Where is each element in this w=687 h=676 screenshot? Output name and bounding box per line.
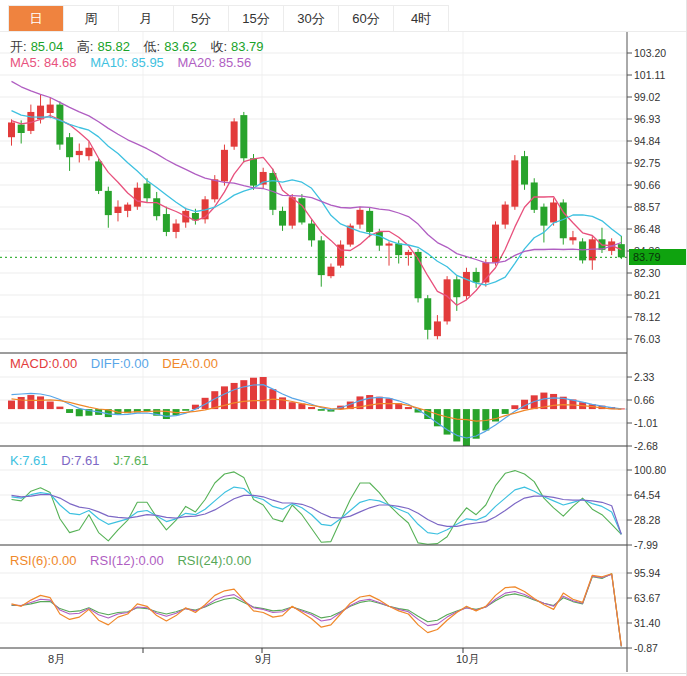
ytick-label: 78.12 bbox=[634, 311, 660, 323]
close-label: 收: bbox=[210, 39, 227, 54]
macd-header: MACD:0.00 DIFF:0.00 DEA:0.00 bbox=[10, 356, 228, 371]
x-axis-label-sep: 9月 bbox=[255, 652, 272, 667]
ytick-label: 80.21 bbox=[634, 289, 660, 301]
low-value: 83.62 bbox=[164, 39, 197, 54]
macd-value: MACD:0.00 bbox=[10, 356, 77, 371]
ytick-label: 94.84 bbox=[634, 135, 660, 147]
tab-week[interactable]: 周 bbox=[64, 6, 119, 31]
ytick-label: -1.01 bbox=[634, 417, 658, 429]
ytick-label: 28.28 bbox=[634, 514, 660, 526]
low-label: 低: bbox=[144, 39, 161, 54]
j-value: J:7.61 bbox=[113, 453, 148, 468]
ytick-label: 76.03 bbox=[634, 333, 660, 345]
ytick-label: 92.75 bbox=[634, 157, 660, 169]
rsi6-value: RSI(6):0.00 bbox=[10, 553, 76, 568]
ytick-label: -2.68 bbox=[634, 440, 658, 452]
x-axis-label-oct: 10月 bbox=[456, 652, 479, 667]
high-value: 85.82 bbox=[97, 39, 130, 54]
ytick-label: 63.67 bbox=[634, 592, 660, 604]
close-value: 83.79 bbox=[231, 39, 264, 54]
high-label: 高: bbox=[77, 39, 94, 54]
ma20-value: MA20: 85.56 bbox=[177, 55, 251, 70]
tab-month[interactable]: 月 bbox=[119, 6, 174, 31]
ytick-label: 82.30 bbox=[634, 267, 660, 279]
ytick-label: 0.66 bbox=[634, 394, 654, 406]
ytick-label: 2.33 bbox=[634, 371, 654, 383]
chart-app: 日 周 月 5分 15分 30分 60分 4时 开:85.04 高:85.82 … bbox=[0, 0, 687, 676]
ytick-label: 101.11 bbox=[634, 69, 665, 81]
ytick-label: 64.54 bbox=[634, 489, 660, 501]
d-value: D:7.61 bbox=[61, 453, 99, 468]
ohlc-header: 开:85.04 高:85.82 低:83.62 收:83.79 bbox=[10, 38, 268, 56]
ytick-label: 86.48 bbox=[634, 223, 660, 235]
x-axis-label-aug: 8月 bbox=[48, 652, 65, 667]
diff-value: DIFF:0.00 bbox=[91, 356, 149, 371]
tab-60min[interactable]: 60分 bbox=[339, 6, 394, 31]
ytick-label: 90.66 bbox=[634, 179, 660, 191]
tab-5min[interactable]: 5分 bbox=[174, 6, 229, 31]
ma-header: MA5: 84.68 MA10: 85.95 MA20: 85.56 bbox=[10, 55, 261, 70]
dea-value: DEA:0.00 bbox=[162, 356, 218, 371]
tab-4hour[interactable]: 4时 bbox=[394, 6, 449, 31]
k-value: K:7.61 bbox=[10, 453, 48, 468]
ma10-value: MA10: 85.95 bbox=[90, 55, 164, 70]
chart-canvas[interactable] bbox=[0, 0, 687, 676]
ytick-label: -0.87 bbox=[634, 642, 658, 654]
tab-30min[interactable]: 30分 bbox=[284, 6, 339, 31]
rsi12-value: RSI(12):0.00 bbox=[90, 553, 164, 568]
last-price-badge: 83.79 bbox=[629, 249, 687, 265]
tab-15min[interactable]: 15分 bbox=[229, 6, 284, 31]
open-label: 开: bbox=[10, 39, 27, 54]
ma5-value: MA5: 84.68 bbox=[10, 55, 77, 70]
rsi24-value: RSI(24):0.00 bbox=[177, 553, 251, 568]
ytick-label: -7.99 bbox=[634, 539, 658, 551]
rsi-header: RSI(6):0.00 RSI(12):0.00 RSI(24):0.00 bbox=[10, 553, 261, 568]
ytick-label: 99.02 bbox=[634, 91, 660, 103]
ytick-label: 31.40 bbox=[634, 617, 660, 629]
open-value: 85.04 bbox=[31, 39, 64, 54]
tab-day[interactable]: 日 bbox=[8, 6, 64, 31]
ytick-label: 88.57 bbox=[634, 201, 660, 213]
period-tabbar: 日 周 月 5分 15分 30分 60分 4时 bbox=[8, 5, 449, 32]
ytick-label: 100.80 bbox=[634, 464, 666, 476]
ytick-label: 103.20 bbox=[634, 47, 666, 59]
ytick-label: 95.94 bbox=[634, 567, 660, 579]
ytick-label: 96.93 bbox=[634, 113, 660, 125]
kdj-header: K:7.61 D:7.61 J:7.61 bbox=[10, 453, 159, 468]
